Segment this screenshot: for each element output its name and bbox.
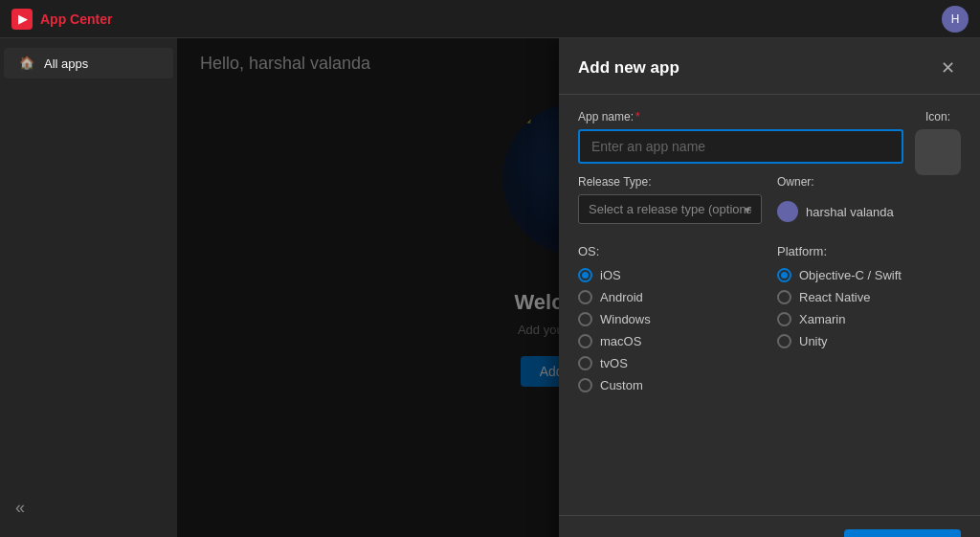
platform-radio-react-native[interactable] [777,290,791,304]
modal-footer: Add new app [559,515,980,537]
os-option-macos[interactable]: macOS [578,334,762,348]
os-radio-ios[interactable] [578,268,592,282]
required-indicator: * [635,110,640,123]
app-name-row: App name:* Icon: [578,110,961,175]
platform-radio-objc-swift[interactable] [777,268,791,282]
topbar-right: H [942,6,969,33]
release-owner-row: Release Type: Select a release type (opt… [578,175,961,229]
platform-label-xamarin: Xamarin [799,312,845,326]
modal-title: Add new app [578,58,679,78]
os-section: OS: iOS Android [578,244,762,392]
logo-icon: ▶ [11,9,33,30]
icon-label: Icon: [925,110,950,123]
icon-section: Icon: [915,110,961,175]
add-new-app-modal: Add new app ✕ App name:* Icon: [559,38,980,537]
os-radio-macos[interactable] [578,334,592,348]
topbar: ▶ App Center H [0,0,980,38]
os-label-windows: Windows [600,312,651,326]
release-type-label: Release Type: [578,175,762,189]
app-name: App Center [40,11,112,27]
sidebar-collapse-button[interactable]: « [0,486,177,529]
os-radio-windows[interactable] [578,312,592,326]
os-label-android: Android [600,290,643,304]
platform-option-xamarin[interactable]: Xamarin [777,312,961,326]
sidebar-item-all-apps[interactable]: 🏠 All apps [4,48,173,78]
close-button[interactable]: ✕ [935,56,961,80]
app-logo[interactable]: ▶ App Center [11,9,112,30]
submit-add-app-button[interactable]: Add new app [844,529,961,537]
app-name-label: App name:* [578,110,903,123]
owner-name: harshal valanda [806,205,894,219]
main-layout: 🏠 All apps « Hello, harshal valanda ⭐ ⭐ … [0,38,980,537]
os-label-custom: Custom [600,378,643,392]
os-radio-android[interactable] [578,290,592,304]
release-type-section: Release Type: Select a release type (opt… [578,175,762,229]
owner-section: Owner: harshal valanda [777,175,961,229]
os-radio-group: iOS Android Windows [578,268,762,392]
app-name-input[interactable] [578,129,903,164]
modal-body: App name:* Icon: Release Type: [559,95,980,515]
platform-label-objc-swift: Objective-C / Swift [799,268,902,282]
os-label-ios: iOS [600,268,621,282]
os-label-tvos: tvOS [600,356,628,370]
app-name-section: App name:* [578,110,903,164]
platform-radio-xamarin[interactable] [777,312,791,326]
icon-box[interactable] [915,129,961,175]
modal-header: Add new app ✕ [559,38,980,95]
os-platform-row: OS: iOS Android [578,244,961,392]
platform-label: Platform: [777,244,961,258]
platform-radio-group: Objective-C / Swift React Native Xamarin [777,268,961,348]
os-radio-tvos[interactable] [578,356,592,370]
platform-option-objc-swift[interactable]: Objective-C / Swift [777,268,961,282]
sidebar-item-label: All apps [44,56,88,71]
os-option-tvos[interactable]: tvOS [578,356,762,370]
os-label-macos: macOS [600,334,641,348]
sidebar: 🏠 All apps « [0,38,177,537]
home-icon: 🏠 [19,56,34,71]
os-option-windows[interactable]: Windows [578,312,762,326]
owner-avatar [777,201,798,222]
avatar[interactable]: H [942,6,969,33]
platform-section: Platform: Objective-C / Swift React Nati… [777,244,961,392]
owner-label: Owner: [777,175,961,189]
os-label: OS: [578,244,762,258]
content-area: Hello, harshal valanda ⭐ ⭐ ⭐ [177,38,980,537]
platform-label-react-native: React Native [799,290,870,304]
os-option-custom[interactable]: Custom [578,378,762,392]
platform-option-unity[interactable]: Unity [777,334,961,348]
platform-option-react-native[interactable]: React Native [777,290,961,304]
owner-display: harshal valanda [777,194,961,229]
os-option-ios[interactable]: iOS [578,268,762,282]
release-type-select-wrap: Select a release type (optional) ▼ [578,194,762,224]
platform-label-unity: Unity [799,334,828,348]
os-radio-custom[interactable] [578,378,592,392]
release-type-select[interactable]: Select a release type (optional) [578,194,762,224]
os-option-android[interactable]: Android [578,290,762,304]
platform-radio-unity[interactable] [777,334,791,348]
